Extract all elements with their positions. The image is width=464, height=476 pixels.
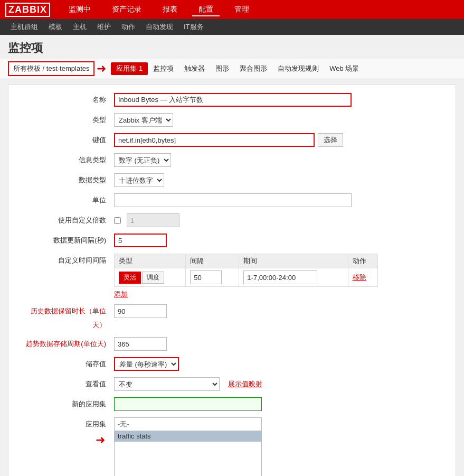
info-type-value: 数字 (无正负) xyxy=(114,153,445,167)
tab-monitor-item[interactable]: 监控项 xyxy=(148,62,179,75)
tab-appset[interactable]: 应用集 1 xyxy=(111,62,148,75)
top-navigation: ZABBIX 监测中 资产记录 报表 配置 管理 xyxy=(0,0,464,19)
breadcrumb[interactable]: 所有模板 / test-templates xyxy=(8,61,94,76)
info-type-label: 信息类型 xyxy=(19,153,114,167)
type-tab-group: 灵活 调度 xyxy=(119,272,181,284)
tab-graph[interactable]: 图形 xyxy=(210,62,234,75)
info-type-select[interactable]: 数字 (无正负) xyxy=(114,153,171,167)
nav-admin[interactable]: 管理 xyxy=(228,3,255,16)
tab-list: 应用集 1 监控项 触发器 图形 聚合图形 自动发现规则 Web 场景 xyxy=(111,62,364,75)
col-type: 类型 xyxy=(115,254,186,268)
new-app-value xyxy=(114,397,445,411)
data-type-row: 数据类型 十进位数字 xyxy=(19,173,445,188)
col-action: 动作 xyxy=(348,254,377,268)
show-value-row: 查看值 不变 展示值映射 xyxy=(19,377,445,392)
type-row: 类型 Zabbix 客户端 xyxy=(19,113,445,128)
subnav-host[interactable]: 主机 xyxy=(73,22,87,32)
tab-aggregate-graph[interactable]: 聚合图形 xyxy=(234,62,272,75)
multiplier-label: 使用自定义倍数 xyxy=(19,213,114,227)
custom-interval-row: 自定义时间间隔 类型 间隔 期间 动作 灵活 xyxy=(19,254,445,299)
update-interval-value xyxy=(114,234,445,247)
tab-auto-discovery[interactable]: 自动发现规则 xyxy=(272,62,324,75)
key-select-btn[interactable]: 选择 xyxy=(318,133,343,147)
multiplier-value xyxy=(114,213,445,227)
subnav-maintenance[interactable]: 维护 xyxy=(97,22,111,32)
interval-value-input[interactable] xyxy=(190,270,222,284)
new-app-row: 新的应用集 xyxy=(19,397,445,412)
store-value-value: 差量 (每秒速率) xyxy=(114,357,445,371)
key-row: 键值 选择 xyxy=(19,133,445,148)
history-row: 历史数据保留时长（单位天） xyxy=(19,304,445,332)
breadcrumb-row: 所有模板 / test-templates ➜ 应用集 1 监控项 触发器 图形… xyxy=(0,59,464,79)
trends-row: 趋势数据存储周期(单位天) xyxy=(19,337,445,352)
history-value xyxy=(114,304,445,318)
type-flexible-tab[interactable]: 灵活 xyxy=(119,272,141,284)
interval-type-cell: 灵活 调度 xyxy=(115,268,186,287)
logo: ZABBIX xyxy=(5,3,50,17)
custom-interval-value: 类型 间隔 期间 动作 灵活 调度 xyxy=(114,254,445,299)
type-value: Zabbix 客户端 xyxy=(114,113,445,127)
trends-label[interactable]: 趋势数据存储周期(单位天) xyxy=(19,337,114,351)
interval-table: 类型 间隔 期间 动作 灵活 调度 xyxy=(114,254,378,287)
nav-config[interactable]: 配置 xyxy=(192,3,220,16)
name-label: 名称 xyxy=(19,93,114,107)
new-app-input[interactable] xyxy=(114,397,262,411)
show-value-select[interactable]: 不变 xyxy=(114,377,220,391)
history-input[interactable] xyxy=(114,304,167,318)
app-list-item-traffic[interactable]: traffic stats xyxy=(115,431,261,442)
custom-interval-label: 自定义时间间隔 xyxy=(19,254,114,267)
subnav-itservice[interactable]: IT服务 xyxy=(184,22,204,32)
app-list[interactable]: -无- traffic stats xyxy=(114,417,262,476)
data-type-value: 十进位数字 xyxy=(114,173,445,187)
show-value-label: 查看值 xyxy=(19,377,114,391)
subnav-discovery[interactable]: 自动发现 xyxy=(146,22,173,32)
type-schedule-tab[interactable]: 调度 xyxy=(142,272,164,284)
nav-monitor[interactable]: 监测中 xyxy=(62,3,97,16)
type-select[interactable]: Zabbix 客户端 xyxy=(114,113,173,127)
key-label: 键值 xyxy=(19,133,114,147)
table-row: 灵活 调度 移除 xyxy=(115,268,378,287)
unit-input[interactable] xyxy=(114,193,352,207)
type-label: 类型 xyxy=(19,113,114,127)
key-input[interactable] xyxy=(114,133,315,147)
store-value-select[interactable]: 差量 (每秒速率) xyxy=(114,357,179,371)
trends-value xyxy=(114,337,445,351)
nav-reports[interactable]: 报表 xyxy=(156,3,184,16)
unit-label: 单位 xyxy=(19,193,114,207)
add-interval-link[interactable]: 添加 xyxy=(114,290,128,299)
update-interval-input[interactable] xyxy=(114,234,167,247)
app-list-item-none[interactable]: -无- xyxy=(115,418,261,431)
update-interval-row: 数据更新间隔(秒) xyxy=(19,234,445,248)
action-cell: 移除 xyxy=(348,268,377,287)
update-interval-label: 数据更新间隔(秒) xyxy=(19,234,114,247)
tab-trigger[interactable]: 触发器 xyxy=(179,62,210,75)
tab-web-scenario[interactable]: Web 场景 xyxy=(324,62,364,75)
multiplier-input[interactable] xyxy=(127,213,179,227)
arrow-to-traffic-icon: ➜ xyxy=(96,433,105,447)
name-row: 名称 xyxy=(19,93,445,108)
period-value-cell xyxy=(239,268,348,287)
sub-navigation: 主机群组 模板 主机 维护 动作 自动发现 IT服务 xyxy=(0,19,464,35)
col-period: 期间 xyxy=(239,254,348,268)
period-value-input[interactable] xyxy=(243,270,317,284)
subnav-action[interactable]: 动作 xyxy=(121,22,135,32)
subnav-template[interactable]: 模板 xyxy=(49,22,62,32)
multiplier-row: 使用自定义倍数 xyxy=(19,213,445,228)
form-container: 名称 类型 Zabbix 客户端 键值 选择 信息类型 数字 (无正负) 数据类 xyxy=(8,85,456,476)
data-type-select[interactable]: 十进位数字 xyxy=(114,173,164,187)
show-value-map-link[interactable]: 展示值映射 xyxy=(228,379,262,389)
page-title: 监控项 xyxy=(0,35,464,59)
unit-row: 单位 xyxy=(19,193,445,208)
trends-input[interactable] xyxy=(114,337,167,351)
new-app-label: 新的应用集 xyxy=(19,397,114,411)
app-label: 应用集 xyxy=(19,417,114,431)
name-input[interactable] xyxy=(114,93,352,107)
multiplier-checkbox[interactable] xyxy=(114,217,121,224)
store-value-row: 储存值 差量 (每秒速率) xyxy=(19,357,445,372)
nav-assets[interactable]: 资产记录 xyxy=(106,3,148,16)
data-type-label: 数据类型 xyxy=(19,173,114,187)
subnav-hostgroup[interactable]: 主机群组 xyxy=(11,22,38,32)
remove-link[interactable]: 移除 xyxy=(353,273,366,281)
history-label[interactable]: 历史数据保留时长（单位天） xyxy=(19,304,114,332)
name-value xyxy=(114,93,445,107)
